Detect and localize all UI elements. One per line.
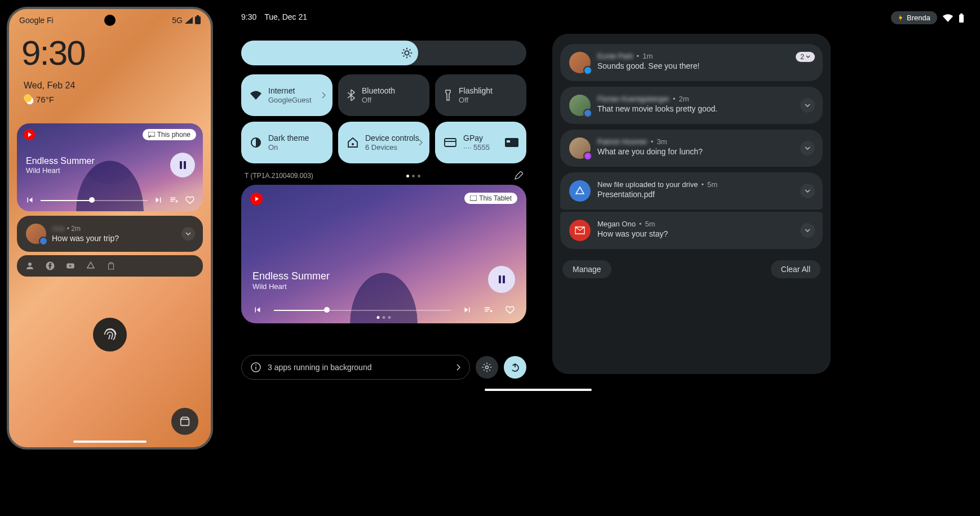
tile-label: Bluetooth [362,86,395,96]
quick-settings-panel: InternetGoogleGuest BluetoothOff Flashli… [241,41,526,323]
manage-button[interactable]: Manage [562,260,611,278]
sender-avatar [569,95,591,116]
battery-icon [959,14,964,23]
expand-button[interactable] [800,98,815,113]
settings-button[interactable] [476,356,498,379]
edit-icon[interactable] [514,171,523,180]
favorite-icon[interactable] [505,305,515,315]
drive-icon [86,261,96,271]
home-icon [347,137,358,148]
svg-line-11 [403,50,405,51]
expand-button[interactable] [800,141,815,155]
youtube-music-icon [250,193,263,205]
sender-avatar [569,52,591,73]
chevron-right-icon [321,92,326,99]
previous-icon[interactable] [252,305,263,315]
group-count-chip[interactable]: 2 [796,52,815,62]
profile-icon [25,261,35,271]
notification-card[interactable]: Patrick Hosmer•3m What are you doing for… [560,130,823,167]
phone-media-card[interactable]: This phone Endless Summer Wild Heart [17,123,203,211]
seek-bar[interactable] [274,304,451,315]
notif-body: How was your stay? [597,229,814,238]
previous-icon[interactable] [25,195,35,205]
notif-time: 5m [645,220,655,228]
notif-time: 3m [657,137,667,146]
seek-bar[interactable] [41,194,148,206]
phone-camera-notch [104,15,116,26]
user-name: Brenda [907,14,930,22]
tile-sublabel: 6 Devices [365,143,419,152]
favorite-icon[interactable] [185,195,195,205]
tablet-media-card[interactable]: This Tablet Endless Summer Wild Heart [241,185,526,323]
cast-chip[interactable]: This Tablet [464,193,517,204]
user-chip[interactable]: Brenda [891,11,937,24]
notif-body: Presentation.pdf [597,190,814,199]
play-pause-button[interactable] [170,153,195,177]
svg-rect-17 [445,139,456,146]
messenger-badge-icon [583,152,592,161]
carrier-label: Google Fi [19,16,54,25]
svg-point-16 [352,143,354,145]
notif-time: 2m [679,95,689,103]
chevron-right-icon [456,364,460,371]
tablet-icon [470,195,477,201]
power-icon [510,362,520,372]
notif-body: What are you doing for lunch? [597,147,814,156]
playlist-add-icon[interactable] [169,195,179,205]
messages-badge-icon [583,109,592,118]
track-title: Endless Summer [252,270,330,282]
delete-icon [106,261,116,271]
info-icon [251,362,261,372]
device-controls-tile[interactable]: Device controls6 Devices [338,122,429,163]
internet-tile[interactable]: InternetGoogleGuest [241,74,332,116]
weather-icon [24,94,34,104]
tile-sublabel: On [268,143,309,152]
phone-notification-card[interactable]: Alok • 2m How was your trip? [17,216,203,252]
notif-body: How was your trip? [52,234,119,243]
track-artist: Wild Heart [26,166,95,175]
expand-button[interactable] [800,184,815,198]
next-icon[interactable] [153,195,163,205]
brightness-slider[interactable] [241,41,526,65]
play-pause-button[interactable] [488,266,515,293]
fingerprint-button[interactable] [93,318,127,352]
gear-icon [481,362,493,373]
playlist-add-icon[interactable] [484,305,494,315]
messages-badge-icon [39,237,48,246]
background-apps-button[interactable]: 3 apps running in background [241,355,470,380]
dark-theme-tile[interactable]: Dark themeOn [241,122,332,163]
signal-icon [185,17,193,24]
temperature-label: 76°F [36,95,54,104]
svg-point-1 [28,263,32,266]
expand-button[interactable] [181,227,195,241]
sender-avatar [569,137,591,159]
svg-rect-0 [148,132,155,136]
twitter-badge-icon [583,66,592,75]
youtube-music-icon [24,129,35,140]
notification-card[interactable]: Eunie Park•1m Sounds good. See you there… [560,44,823,81]
wallet-button[interactable] [171,408,198,435]
cast-chip[interactable]: This phone [143,129,196,140]
power-button[interactable] [504,356,526,379]
flashlight-tile[interactable]: FlashlightOff [435,74,526,116]
notification-app-row[interactable] [17,255,203,277]
notification-card[interactable]: Florian Koenigsberger•2m That new movie … [560,87,823,124]
bolt-icon [898,15,903,21]
notification-card[interactable]: Megan Ono•5m How was your stay? [560,212,823,249]
next-icon[interactable] [462,305,472,315]
expand-button[interactable] [800,223,815,238]
svg-line-14 [410,50,411,51]
youtube-icon [65,261,76,271]
tile-sublabel: Off [459,96,493,104]
bluetooth-tile[interactable]: BluetoothOff [338,74,429,116]
notification-card[interactable]: New file uploaded to your drive•5m Prese… [560,172,823,210]
page-indicator [406,175,420,177]
weather-widget[interactable]: 76°F [24,94,196,104]
clear-all-button[interactable]: Clear All [771,260,821,278]
tile-label: Device controls [365,134,419,143]
tablet-nav-bar[interactable] [485,389,592,391]
track-title: Endless Summer [26,156,95,166]
nav-bar[interactable] [73,441,147,443]
gpay-tile[interactable]: GPay···· 5555 [435,122,526,163]
chevron-right-icon [418,139,423,146]
